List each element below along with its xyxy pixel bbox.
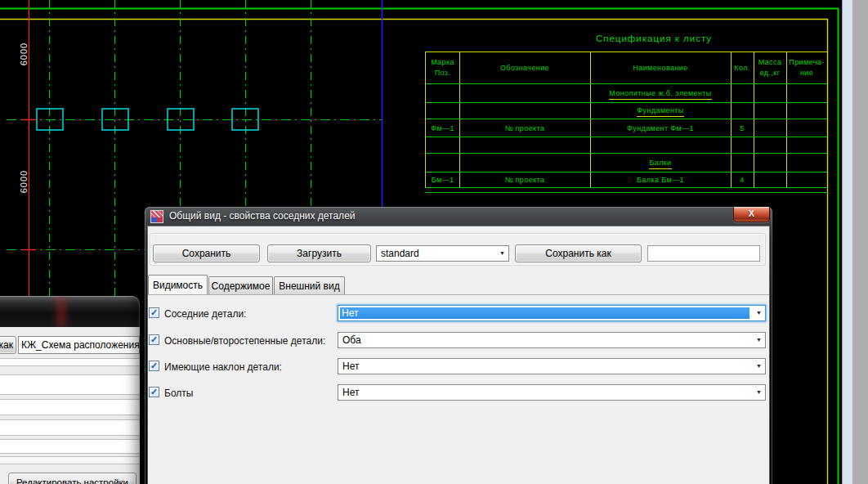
table-hline [426, 102, 827, 103]
label-main-secondary-parts: Основные/второстепенные детали: [164, 335, 325, 347]
field-row[interactable] [0, 374, 140, 395]
header-qty: Кол. [731, 64, 754, 73]
table-hline [426, 172, 827, 173]
table-cell-designation: № проекта [459, 124, 590, 133]
table-cell-mark: Фм—1 [426, 124, 459, 133]
save-button[interactable]: Сохранить [153, 244, 260, 262]
dialog-body: Сохранить Загрузить standard ▼ Сохранить… [148, 226, 769, 484]
save-as-button[interactable]: Сохранить как [515, 244, 642, 262]
screen: 6000 6000 Спецификация к листу Марка Поз… [0, 0, 868, 484]
spec-table-title: Спецификация к листу [539, 34, 768, 43]
dialog-title: Общий вид - свойства соседних деталей [169, 210, 356, 222]
chevron-down-icon: ▼ [499, 246, 505, 261]
chevron-down-icon: ▼ [756, 385, 762, 400]
table-hline [426, 153, 827, 154]
setting-name-field[interactable]: КЖ_Схема расположения [18, 336, 140, 354]
combobox-selected-value: Нет [340, 307, 749, 319]
header-mass-line2: ед.,кг [754, 69, 786, 78]
table-section-label: Монолитные ж.б. элементы [609, 89, 711, 100]
field-row[interactable] [0, 399, 140, 415]
background-save-as-button[interactable]: как [0, 336, 16, 354]
header-note-line1: Примеча- [786, 58, 827, 67]
field-row[interactable] [0, 456, 140, 464]
close-button[interactable]: X [733, 207, 770, 222]
header-note-line2: ние [786, 69, 827, 78]
header-mark-line1: Марка [426, 58, 459, 67]
dialog-titlebar[interactable]: Общий вид - свойства соседних деталей X [145, 207, 772, 226]
header-mass-line1: Масса [754, 58, 786, 67]
label-neighbor-parts: Соседние детали: [164, 308, 246, 320]
checkbox-bolts[interactable]: ✓ [149, 387, 159, 397]
table-hline [426, 119, 827, 119]
chevron-down-icon: ▼ [756, 359, 762, 374]
tab-strip-line [148, 294, 769, 295]
table-hline [426, 83, 827, 84]
tab-appearance[interactable]: Внешний вид [274, 276, 345, 294]
field-row[interactable] [0, 419, 140, 436]
profile-combobox[interactable]: standard ▼ [376, 245, 509, 262]
combobox-value: Оба [342, 334, 361, 346]
combobox-main-secondary-parts[interactable]: Оба ▼ [338, 332, 766, 348]
icon-blue-block [151, 217, 157, 222]
icon-red-block [157, 217, 163, 222]
spec-table: Марка Поз. Обозначение Наименование Кол.… [425, 52, 828, 188]
save-as-name-field[interactable] [647, 245, 760, 262]
table-cell-designation: № проекта [459, 176, 590, 185]
table-section-label: Балки [649, 159, 671, 169]
combobox-value: Нет [342, 387, 359, 398]
combobox-sloped-parts[interactable]: Нет ▼ [338, 358, 766, 374]
combobox-neighbor-parts[interactable]: Нет ▼ [338, 305, 766, 321]
combobox-value: Нет [342, 361, 359, 372]
icon-red-lattice [151, 211, 163, 217]
table-cell-qty: 4 [731, 176, 754, 185]
tab-content[interactable]: Содержимое [208, 276, 273, 294]
field-row[interactable] [0, 358, 140, 366]
table-section-label: Фундаменты [637, 106, 683, 117]
dimension-label: 6000 [19, 42, 29, 66]
table-bottom-line [425, 192, 828, 193]
table-hline [426, 137, 827, 137]
checkbox-main-secondary-parts[interactable]: ✓ [149, 334, 159, 345]
tekla-app-icon [150, 210, 163, 223]
header-name: Наименование [590, 64, 731, 73]
profile-combobox-value: standard [381, 248, 419, 259]
window-frame-strip [852, 0, 868, 484]
checkbox-sloped-parts[interactable]: ✓ [149, 361, 159, 371]
chevron-down-icon: ▼ [756, 306, 762, 320]
table-cell-name: Балка Бм—1 [590, 176, 731, 185]
load-button[interactable]: Загрузить [267, 244, 371, 262]
field-row[interactable] [0, 439, 140, 454]
dimension-label: 6000 [19, 169, 29, 194]
edit-settings-button[interactable]: Редактировать настройки [8, 473, 136, 484]
combobox-bolts[interactable]: Нет ▼ [338, 384, 766, 401]
header-mark-line2: Поз. [426, 69, 459, 78]
label-sloped-parts: Имеющие наклон детали: [164, 361, 282, 373]
table-cell-name: Фундамент Фм—1 [590, 124, 731, 133]
glass-blur-artifact [57, 296, 65, 327]
checkbox-neighbor-parts[interactable]: ✓ [149, 307, 159, 318]
table-cell-qty: 5 [731, 124, 754, 133]
vertical-scrollbar[interactable] [842, 0, 852, 484]
properties-dialog: Общий вид - свойства соседних деталей X … [145, 207, 772, 484]
background-dialog-titlebar[interactable] [0, 296, 140, 327]
label-bolts: Болты [164, 388, 193, 399]
header-designation: Обозначение [459, 64, 590, 73]
tab-visibility[interactable]: Видимость [148, 275, 208, 294]
chevron-down-icon: ▼ [756, 333, 762, 347]
table-cell-mark: Бм—1 [426, 176, 459, 185]
